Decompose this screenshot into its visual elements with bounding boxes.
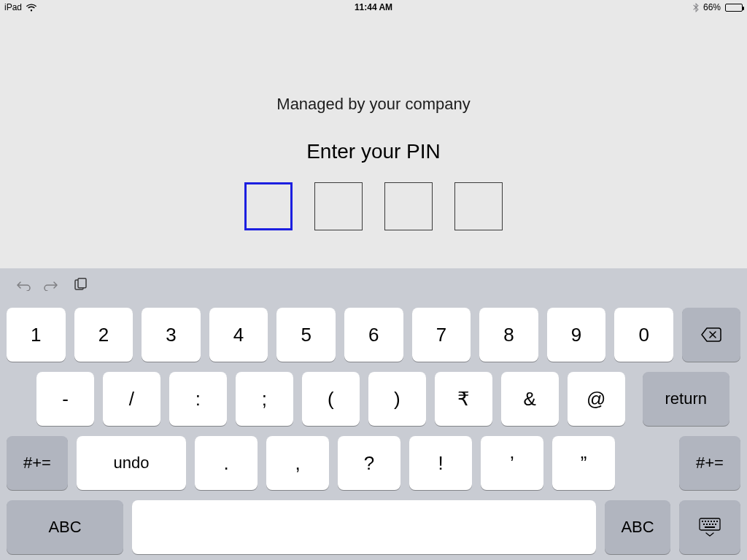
key-abc-left[interactable]: ABC bbox=[7, 500, 123, 554]
key-mode-left[interactable]: #+= bbox=[7, 436, 68, 490]
battery-icon bbox=[725, 4, 743, 12]
pin-entry-area: Managed by your company Enter your PIN bbox=[0, 15, 747, 268]
key-2[interactable]: 2 bbox=[74, 308, 133, 362]
enter-pin-label: Enter your PIN bbox=[306, 140, 441, 163]
pin-boxes bbox=[244, 182, 503, 230]
pin-box-2[interactable] bbox=[314, 182, 363, 230]
key-space[interactable] bbox=[132, 500, 596, 554]
keyboard: 1 2 3 4 5 6 7 8 9 0 - / : ; ( ) ₹ & @ re… bbox=[0, 268, 747, 560]
svg-rect-3 bbox=[702, 521, 703, 522]
key-colon[interactable]: : bbox=[169, 372, 227, 426]
svg-rect-8 bbox=[716, 521, 718, 522]
key-7[interactable]: 7 bbox=[412, 308, 471, 362]
status-bar: iPad 11:44 AM 66% bbox=[0, 0, 747, 15]
status-right: 66% bbox=[693, 2, 743, 12]
key-semicolon[interactable]: ; bbox=[236, 372, 293, 426]
key-backspace[interactable] bbox=[682, 308, 740, 362]
key-return[interactable]: return bbox=[643, 372, 729, 426]
svg-rect-12 bbox=[712, 524, 713, 525]
key-6[interactable]: 6 bbox=[344, 308, 403, 362]
key-3[interactable]: 3 bbox=[142, 308, 201, 362]
pin-box-1[interactable] bbox=[244, 182, 293, 230]
key-period[interactable]: . bbox=[195, 436, 258, 490]
svg-rect-11 bbox=[709, 524, 711, 525]
key-apostrophe[interactable]: ’ bbox=[481, 436, 543, 490]
keyboard-row-2: - / : ; ( ) ₹ & @ return bbox=[4, 372, 743, 426]
key-undo[interactable]: undo bbox=[77, 436, 186, 490]
key-paren-close[interactable]: ) bbox=[368, 372, 426, 426]
svg-rect-14 bbox=[705, 526, 715, 528]
status-time: 11:44 AM bbox=[355, 2, 392, 12]
managed-by-label: Managed by your company bbox=[276, 95, 470, 114]
key-8[interactable]: 8 bbox=[479, 308, 538, 362]
svg-rect-7 bbox=[713, 521, 715, 522]
hide-keyboard-icon bbox=[699, 518, 721, 537]
key-exclaim[interactable]: ! bbox=[409, 436, 472, 490]
wifi-icon bbox=[26, 4, 36, 12]
keyboard-row-3: #+= undo . , ? ! ’ ” #+= bbox=[4, 436, 743, 490]
key-rupee[interactable]: ₹ bbox=[435, 372, 492, 426]
pin-box-4[interactable] bbox=[454, 182, 503, 230]
key-0[interactable]: 0 bbox=[614, 308, 673, 362]
svg-rect-5 bbox=[708, 521, 709, 522]
device-name: iPad bbox=[4, 2, 22, 12]
pin-box-3[interactable] bbox=[384, 182, 433, 230]
clipboard-icon[interactable] bbox=[73, 278, 88, 292]
svg-rect-9 bbox=[703, 524, 705, 525]
key-question[interactable]: ? bbox=[338, 436, 400, 490]
keyboard-toolbar bbox=[4, 273, 743, 298]
key-hide-keyboard[interactable] bbox=[679, 500, 740, 554]
key-dash[interactable]: - bbox=[36, 372, 94, 426]
key-1[interactable]: 1 bbox=[7, 308, 66, 362]
key-9[interactable]: 9 bbox=[547, 308, 606, 362]
key-at[interactable]: @ bbox=[568, 372, 625, 426]
battery-percent: 66% bbox=[703, 2, 721, 12]
redo-icon[interactable] bbox=[44, 279, 60, 291]
backspace-icon bbox=[700, 327, 722, 343]
svg-rect-13 bbox=[715, 524, 716, 525]
undo-icon[interactable] bbox=[15, 279, 31, 291]
key-paren-open[interactable]: ( bbox=[302, 372, 360, 426]
svg-rect-4 bbox=[705, 521, 706, 522]
status-left: iPad bbox=[4, 2, 36, 12]
key-5[interactable]: 5 bbox=[276, 308, 336, 362]
key-abc-right[interactable]: ABC bbox=[605, 500, 670, 554]
svg-rect-6 bbox=[711, 521, 712, 522]
key-slash[interactable]: / bbox=[103, 372, 160, 426]
svg-rect-10 bbox=[706, 524, 708, 525]
keyboard-row-1: 1 2 3 4 5 6 7 8 9 0 bbox=[4, 308, 743, 362]
key-mode-right[interactable]: #+= bbox=[679, 436, 740, 490]
key-comma[interactable]: , bbox=[266, 436, 329, 490]
svg-rect-1 bbox=[78, 279, 86, 288]
keyboard-row-4: ABC ABC bbox=[4, 500, 743, 554]
key-ampersand[interactable]: & bbox=[501, 372, 559, 426]
key-double-quote[interactable]: ” bbox=[552, 436, 615, 490]
key-4[interactable]: 4 bbox=[209, 308, 268, 362]
bluetooth-icon bbox=[693, 3, 699, 12]
